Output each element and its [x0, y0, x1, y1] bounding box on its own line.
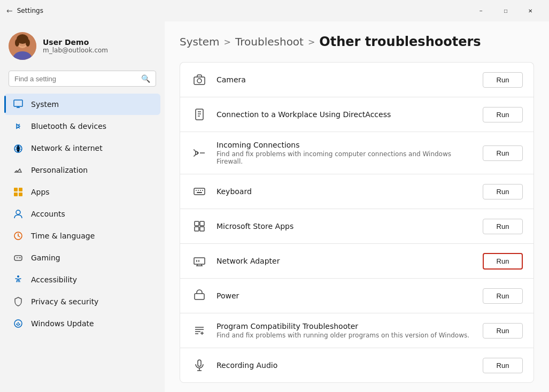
troubleshooter-item-recording-audio: Recording Audio Run [180, 348, 534, 383]
maximize-button[interactable]: □ [493, 2, 518, 19]
user-email: m_lab@outlook.com [43, 47, 108, 54]
svg-rect-13 [19, 193, 22, 196]
user-profile[interactable]: User Demo m_lab@outlook.com [0, 21, 165, 68]
item-desc-program-compat: Find and fix problems with running older… [216, 332, 474, 339]
svg-rect-10 [14, 188, 18, 191]
sidebar-label-personalization: Personalization [31, 166, 88, 174]
troubleshooter-item-program-compat: Program Compatibility Troubleshooter Fin… [180, 313, 534, 348]
icon-microsoft-store [191, 218, 208, 235]
item-title-camera: Camera [216, 75, 474, 84]
search-box: 🔍 [9, 71, 156, 87]
item-content-network-adapter: Network Adapter [216, 257, 474, 265]
item-title-keyboard: Keyboard [216, 187, 474, 196]
time-icon [13, 230, 24, 241]
troubleshooter-item-microsoft-store: Microsoft Store Apps Run [180, 209, 534, 243]
troubleshooter-item-incoming: Incoming Connections Find and fix proble… [180, 132, 534, 174]
svg-line-17 [18, 236, 20, 237]
run-button-recording-audio[interactable]: Run [483, 358, 523, 373]
svg-rect-49 [195, 294, 204, 299]
app-title: Settings [17, 7, 43, 14]
item-content-program-compat: Program Compatibility Troubleshooter Fin… [216, 322, 474, 339]
sidebar-item-time[interactable]: Time & language [4, 225, 160, 247]
svg-point-31 [197, 152, 198, 153]
troubleshooter-item-workplace: Connection to a Workplace Using DirectAc… [180, 97, 534, 132]
troubleshooter-list: Camera Run Connection to a Workplace Usi… [180, 62, 534, 383]
item-title-workplace: Connection to a Workplace Using DirectAc… [216, 110, 474, 119]
item-desc-incoming: Find and fix problems with incoming comp… [216, 150, 474, 165]
search-input[interactable] [14, 75, 137, 83]
personalization-icon [13, 165, 24, 175]
breadcrumb-current: Other troubleshooters [319, 34, 481, 49]
sidebar-label-network: Network & internet [31, 144, 103, 152]
svg-rect-40 [200, 221, 204, 226]
sidebar-item-bluetooth[interactable]: Bluetooth & devices [4, 116, 160, 137]
run-button-keyboard[interactable]: Run [483, 184, 523, 199]
svg-point-22 [20, 257, 21, 258]
sidebar-item-personalization[interactable]: Personalization [4, 159, 160, 181]
search-icon: 🔍 [141, 74, 150, 83]
title-bar: ← Settings − □ ✕ [0, 0, 549, 21]
breadcrumb-sep1: > [224, 37, 231, 47]
sidebar-item-gaming[interactable]: Gaming [4, 247, 160, 268]
icon-network-adapter [191, 252, 208, 270]
svg-point-5 [15, 39, 19, 47]
svg-rect-18 [14, 256, 22, 260]
icon-camera [191, 71, 208, 88]
svg-rect-7 [14, 100, 22, 106]
icon-recording-audio [191, 357, 208, 374]
icon-incoming [191, 144, 208, 162]
item-content-microsoft-store: Microsoft Store Apps [216, 222, 474, 230]
icon-keyboard [191, 183, 208, 200]
accounts-icon [13, 209, 24, 219]
svg-rect-42 [200, 227, 204, 231]
sidebar-label-bluetooth: Bluetooth & devices [31, 122, 106, 130]
svg-rect-11 [19, 188, 22, 191]
breadcrumb-sep2: > [308, 37, 315, 47]
item-content-power: Power [216, 291, 474, 300]
breadcrumb-system[interactable]: System [180, 35, 220, 48]
sidebar-item-accounts[interactable]: Accounts [4, 203, 160, 225]
item-title-incoming: Incoming Connections [216, 141, 474, 149]
svg-point-23 [17, 275, 19, 278]
minimize-button[interactable]: − [469, 2, 493, 19]
item-title-power: Power [216, 291, 474, 300]
title-bar-left: ← Settings [6, 6, 43, 15]
item-content-recording-audio: Recording Audio [216, 361, 474, 370]
svg-point-26 [197, 79, 202, 83]
svg-rect-39 [195, 221, 199, 226]
breadcrumb: System > Troubleshoot > Other troublesho… [180, 34, 534, 49]
run-button-camera[interactable]: Run [483, 72, 523, 88]
gaming-icon [13, 252, 24, 263]
item-content-incoming: Incoming Connections Find and fix proble… [216, 141, 474, 165]
item-content-keyboard: Keyboard [216, 187, 474, 196]
close-button[interactable]: ✕ [518, 2, 543, 19]
sidebar-item-privacy[interactable]: Privacy & security [4, 291, 160, 312]
run-button-microsoft-store[interactable]: Run [483, 219, 523, 234]
sidebar-label-privacy: Privacy & security [31, 297, 98, 306]
run-button-workplace[interactable]: Run [483, 107, 523, 122]
sidebar-label-time: Time & language [31, 232, 95, 240]
item-title-network-adapter: Network Adapter [216, 257, 474, 265]
privacy-icon [13, 296, 24, 307]
sidebar-item-apps[interactable]: Apps [4, 181, 160, 203]
run-button-program-compat[interactable]: Run [483, 323, 523, 339]
sidebar-label-gaming: Gaming [31, 253, 60, 262]
user-info: User Demo m_lab@outlook.com [43, 38, 108, 54]
sidebar-item-accessibility[interactable]: Accessibility [4, 269, 160, 290]
troubleshooter-item-network-adapter: Network Adapter Run [180, 243, 534, 278]
sidebar-item-network[interactable]: Network & internet [4, 137, 160, 159]
back-icon[interactable]: ← [6, 6, 13, 15]
sidebar-item-update[interactable]: Windows Update [4, 313, 160, 334]
run-button-power[interactable]: Run [483, 288, 523, 304]
troubleshooter-item-keyboard: Keyboard Run [180, 174, 534, 209]
run-button-network-adapter[interactable]: Run [483, 253, 523, 270]
sidebar-label-apps: Apps [31, 188, 50, 196]
accessibility-icon [13, 274, 24, 285]
breadcrumb-troubleshoot[interactable]: Troubleshoot [235, 35, 304, 48]
sidebar: User Demo m_lab@outlook.com 🔍 System Blu… [0, 21, 165, 392]
svg-rect-41 [195, 227, 199, 231]
sidebar-label-accessibility: Accessibility [31, 275, 77, 284]
sidebar-item-system[interactable]: System [4, 94, 160, 115]
sidebar-label-update: Windows Update [31, 319, 94, 328]
run-button-incoming[interactable]: Run [483, 145, 523, 161]
